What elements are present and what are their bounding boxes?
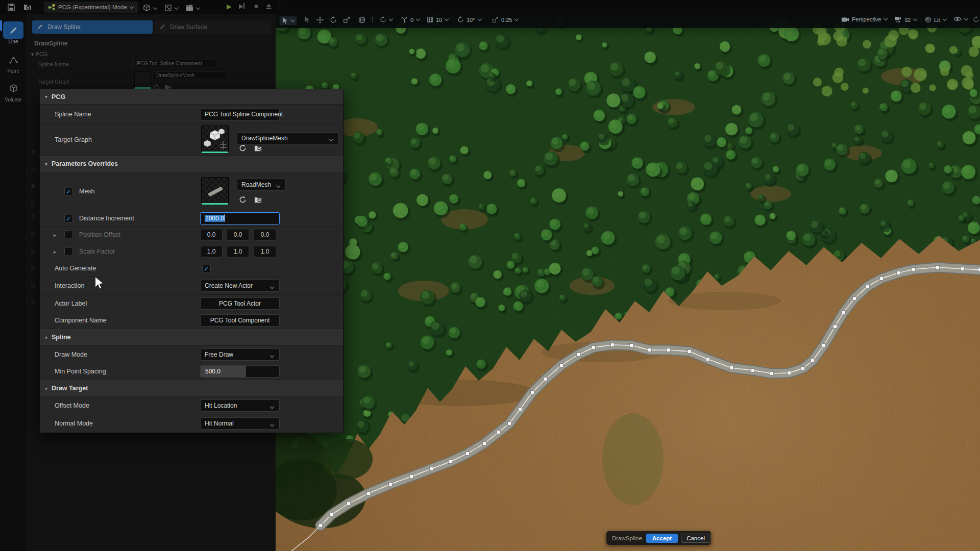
- stop-button[interactable]: ■: [254, 3, 258, 10]
- pcg-tool-sidebar: Line Paint Volume: [0, 14, 26, 551]
- use-selected-asset-button[interactable]: [237, 142, 248, 154]
- actor-label-label: Actor Label: [55, 300, 87, 307]
- mesh-dropdown[interactable]: RoadMesh: [237, 179, 286, 191]
- bg-graph-thumbnail[interactable]: [134, 71, 151, 89]
- min-point-spacing-label: Min Point Spacing: [55, 368, 106, 375]
- mode-dropdown[interactable]: PCG (Experimental) Mode: [44, 2, 138, 13]
- clipped-letter: B: [31, 266, 35, 271]
- scale-factor-z[interactable]: 1.0: [254, 246, 276, 258]
- camera-speed-button[interactable]: 32: [894, 16, 917, 23]
- cinematics-button[interactable]: [186, 3, 200, 12]
- move-tool-button[interactable]: [316, 16, 324, 23]
- tab-label: Draw Surface: [170, 23, 207, 31]
- position-offset-y[interactable]: 0.0: [227, 229, 249, 241]
- eject-icon[interactable]: [265, 3, 272, 10]
- screen-percentage-button[interactable]: [973, 16, 979, 23]
- scale-factor-y[interactable]: 1.0: [227, 246, 249, 258]
- overlay-tool-label: DrawSpline: [612, 535, 642, 541]
- clipped-letter: M: [31, 249, 35, 255]
- mesh-override-checkbox[interactable]: ✓: [64, 187, 73, 195]
- add-actor-button[interactable]: [143, 3, 157, 12]
- coordinate-space-button[interactable]: [358, 16, 365, 23]
- component-name-input[interactable]: PCG Tool Component: [200, 314, 280, 327]
- section-header-pcg[interactable]: ▾PCG: [40, 89, 343, 105]
- sidebar-item-label: Volume: [3, 97, 23, 103]
- surface-snap-button[interactable]: [380, 16, 393, 23]
- pen-icon: [159, 23, 166, 30]
- chevron-down-icon: [329, 137, 333, 141]
- bg-spline-name-field[interactable]: PCG Tool Spline Component: [133, 60, 218, 67]
- row-spline-name: Spline Name PCG Tool Spline Component: [40, 105, 343, 124]
- accept-button[interactable]: Accept: [646, 534, 678, 543]
- pcg-graph-thumbnail[interactable]: [201, 126, 229, 153]
- scale-factor-x[interactable]: 1.0: [200, 246, 223, 258]
- section-header-parameters-overrides[interactable]: ▾Parameters Overrides: [40, 156, 343, 172]
- mesh-thumbnail[interactable]: [201, 177, 229, 205]
- auto-generate-checkbox[interactable]: ✓: [202, 264, 211, 273]
- selected-text: 2000.0: [205, 215, 225, 222]
- sidebar-item-paint[interactable]: Paint: [3, 51, 23, 74]
- show-flags-eye-button[interactable]: [953, 16, 968, 22]
- browse-to-asset-button[interactable]: [252, 194, 263, 205]
- play-settings-dots-icon[interactable]: ⋮: [277, 2, 283, 10]
- spline-points-icon: [9, 56, 18, 64]
- position-offset-x[interactable]: 0.0: [200, 229, 223, 241]
- level-viewport[interactable]: ⋮ 0 10 10° 0.25 Perspective 32 Lit: [276, 14, 980, 551]
- expand-arrow-icon[interactable]: ▸: [54, 249, 56, 255]
- browse-folder-icon: [254, 196, 262, 204]
- spline-name-input[interactable]: PCG Tool Spline Component: [200, 108, 280, 120]
- grid-snap-button[interactable]: 10: [427, 16, 448, 23]
- position-offset-checkbox[interactable]: [64, 231, 73, 239]
- gizmo-options-dots-icon[interactable]: ⋮: [370, 16, 375, 23]
- perspective-dropdown[interactable]: Perspective: [841, 16, 887, 22]
- rotate-tool-button[interactable]: [330, 16, 337, 23]
- distance-increment-input[interactable]: 2000.0: [200, 212, 280, 224]
- tab-draw-surface[interactable]: Draw Surface: [155, 20, 271, 34]
- interaction-label: Interaction: [55, 282, 84, 289]
- section-header-spline[interactable]: ▾Spline: [40, 329, 343, 346]
- distance-override-checkbox[interactable]: ✓: [64, 214, 73, 222]
- cancel-button[interactable]: Cancel: [681, 534, 710, 543]
- scale-factor-checkbox[interactable]: [64, 247, 73, 256]
- actor-label-input[interactable]: PCG Tool Actor: [200, 297, 280, 310]
- frame-skip-button[interactable]: ▶: [239, 3, 244, 10]
- actor-snap-button[interactable]: 0: [401, 16, 420, 23]
- interaction-dropdown[interactable]: Create New Actor: [200, 280, 280, 292]
- scale-snap-button[interactable]: 0.25: [492, 16, 518, 23]
- mesh-label: Mesh: [79, 188, 95, 195]
- select-tool-button[interactable]: [304, 16, 310, 23]
- sidebar-item-line[interactable]: Line: [3, 21, 23, 44]
- row-interaction: Interaction Create New Actor: [40, 277, 343, 295]
- viewport-toolbar: ⋮ 0 10 10° 0.25 Perspective 32 Lit: [276, 14, 980, 28]
- draw-mode-dropdown[interactable]: Free Draw: [200, 348, 280, 361]
- rotation-snap-button[interactable]: 10°: [457, 16, 481, 23]
- browse-to-asset-button[interactable]: [252, 142, 263, 154]
- save-icon[interactable]: [7, 3, 15, 11]
- content-browser-icon[interactable]: [23, 3, 32, 11]
- blueprints-button[interactable]: [164, 3, 178, 12]
- lit-mode-dropdown[interactable]: Lit: [925, 16, 946, 23]
- transform-tool-dropdown[interactable]: [280, 16, 297, 25]
- tab-draw-spline[interactable]: Draw Spline: [32, 20, 153, 34]
- clipped-letter: D: [31, 166, 35, 172]
- sidebar-item-label: Line: [3, 39, 23, 44]
- play-button[interactable]: ▶: [227, 3, 232, 10]
- section-header-draw-target[interactable]: ▾Draw Target: [40, 380, 343, 397]
- bg-target-graph-dropdown[interactable]: DrawSplineMesh: [153, 71, 227, 79]
- normal-mode-dropdown[interactable]: Hit Normal: [200, 417, 280, 430]
- row-scale-factor: ▸ Scale Factor 1.0 1.0 1.0: [40, 243, 343, 260]
- position-offset-z[interactable]: 0.0: [254, 229, 276, 241]
- expand-arrow-icon[interactable]: ▸: [54, 232, 56, 238]
- bg-section-pcg[interactable]: ▾ PCG: [31, 51, 47, 58]
- row-target-graph: Target Graph DrawSplineMesh: [40, 124, 343, 156]
- min-point-spacing-spinbox[interactable]: 500.0: [200, 365, 280, 378]
- pen-line-icon: [9, 26, 18, 35]
- sidebar-item-volume[interactable]: Volume: [3, 80, 23, 103]
- sidebar-item-label: Paint: [3, 68, 23, 74]
- scale-factor-label: Scale Factor: [79, 248, 115, 255]
- auto-generate-label: Auto Generate: [55, 265, 96, 272]
- offset-mode-dropdown[interactable]: Hit Location: [200, 399, 280, 412]
- use-selected-asset-button[interactable]: [237, 194, 248, 205]
- scale-tool-button[interactable]: [343, 16, 350, 23]
- clipped-letter: M: [31, 149, 35, 155]
